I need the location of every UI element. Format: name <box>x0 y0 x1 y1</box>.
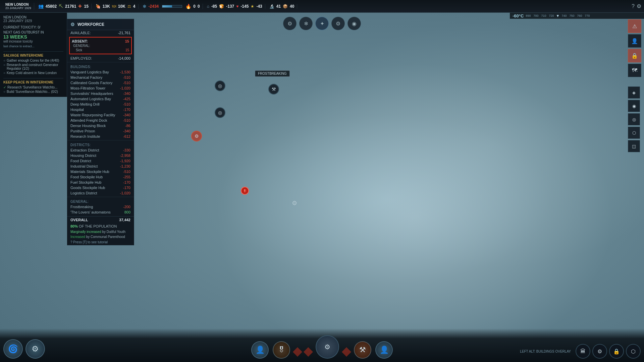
right-btn-lock[interactable]: 🔒 <box>628 49 641 62</box>
absent-box: ABSENT: 15 GENERAL: Sick 15 <box>69 37 132 54</box>
marginally-text: Marginally increased by Dutiful Youth <box>67 229 134 234</box>
nav-icon-2[interactable]: ❄ <box>299 17 313 30</box>
temp-tick-8: 770 <box>584 14 591 17</box>
district-housing: Housing District -2,958 <box>67 153 134 158</box>
available-row: AVAILABLE: -21,761 <box>67 30 134 36</box>
avatar-2[interactable]: 🎖 <box>273 341 290 359</box>
districts-header: DISTRICTS: <box>67 142 134 147</box>
avatar-3[interactable]: ⚒ <box>354 341 371 359</box>
diamond-3 <box>342 347 351 357</box>
nav-icon-1[interactable]: ⚙ <box>283 17 297 30</box>
left-bottom-avatars: 🌀 ⚙ <box>3 339 45 359</box>
rb-btn-2[interactable]: ⚙ <box>592 344 607 359</box>
avatar-4[interactable]: 👤 <box>375 341 393 359</box>
workforce-gear-icon: ⚙ <box>70 22 75 27</box>
rb-btn-1[interactable]: 🏛 <box>576 344 590 359</box>
toxicity-label: CURRENT TOXICITY: 0/ <box>3 25 63 29</box>
hud-food-rations: 13K <box>103 4 110 9</box>
quest-peace-title: KEEP PEACE IN WINTERHOME <box>3 80 63 84</box>
building-mechanical: Mechanical Factory -510 <box>67 75 134 80</box>
rb-btn-3[interactable]: 🔒 <box>609 344 624 359</box>
nav-icon-snowflake[interactable]: ✦ <box>315 17 329 30</box>
right-btn-2b[interactable]: ◉ <box>628 100 640 112</box>
food-balance-icon: ⚖ <box>127 4 131 9</box>
map-icon-1[interactable]: ◎ <box>215 80 225 91</box>
temperature-bar: -60°C 890 700 710 720 ▼ 740 750 760 770 <box>510 13 644 19</box>
tutorial-text: ? Press [T] to see tutorial <box>67 239 134 245</box>
bottom-main-circle[interactable]: ⚙ <box>316 335 339 359</box>
right-btn-map[interactable]: 🗺 <box>628 64 641 77</box>
left-info-panel: NEW LONDON 23 JANUARY 1929 CURRENT TOXIC… <box>0 13 67 97</box>
goods-icon: 📦 <box>283 4 288 9</box>
right-btn-alert[interactable]: ⚠ <box>628 19 641 33</box>
absent-sick-value: 15 <box>125 48 129 52</box>
absent-sick-label: Sick <box>72 48 82 52</box>
hud-food-section: 🍖 13K 🍽 10K ⚖ 4 <box>93 4 139 9</box>
right-btn-person[interactable]: 👤 <box>628 34 641 48</box>
red-location-marker[interactable]: ! <box>241 187 249 195</box>
hud-sick: 15 <box>84 4 88 9</box>
temp-value: -60°C <box>513 13 524 18</box>
hud-cold-section: ❄ -2434 🔥 0 0 <box>140 4 203 9</box>
hud-research: 41 <box>276 4 281 9</box>
quest-peace: KEEP PEACE IN WINTERHOME ✓ Research 'Sur… <box>3 78 63 94</box>
lb-avatar-1[interactable]: 🌀 <box>3 339 23 359</box>
top-nav-icons: ⚙ ❄ ✦ ⚙ ◉ <box>283 17 361 30</box>
map-icon-gear[interactable]: ⚙ <box>191 131 202 141</box>
district-logistics: Logistics District -1,020 <box>67 190 134 196</box>
nav-icon-4[interactable]: ⚙ <box>331 17 345 30</box>
district-industrial: Industrial District -1,230 <box>67 164 134 169</box>
building-hospital: Hospital -170 <box>67 107 134 112</box>
employed-label: EMPLOYED: <box>70 56 92 60</box>
map-icon-3[interactable]: ◎ <box>215 107 225 118</box>
hud-health: -145 <box>240 4 249 9</box>
building-prison: Punitive Prison -340 <box>67 128 134 134</box>
building-deep-melting: Deep Melting Drill -510 <box>67 102 134 107</box>
help-icon[interactable]: ? <box>632 3 635 9</box>
city-name: NEW LONDON <box>3 15 63 19</box>
right-btn-2c[interactable]: ◎ <box>628 113 640 125</box>
increased-text: Increased by Communal Parenthood <box>67 234 134 239</box>
hud-population: 45802 <box>46 4 57 9</box>
settings-icon[interactable]: ⚙ <box>637 3 641 9</box>
hud-food-detail: -137 <box>226 4 234 9</box>
absent-value: 15 <box>125 39 129 43</box>
hud-population-section: 👥 45802 ⛏ 21761 ✚ 15 <box>36 4 92 9</box>
right-spacer <box>628 78 641 85</box>
buildings-header: BUILDINGS: <box>67 64 134 69</box>
hud-date: 23 JANUARY 1929 <box>5 6 31 10</box>
district-materials: Materials Stockpile Hub -510 <box>67 169 134 174</box>
absent-label: ABSENT: <box>72 39 88 43</box>
available-label: AVAILABLE: <box>70 31 91 35</box>
right-btn-2d[interactable]: ⬡ <box>628 127 640 139</box>
avatar-1[interactable]: 👤 <box>251 341 269 359</box>
nav-icon-5[interactable]: ◉ <box>347 17 361 30</box>
morale-icon: ★ <box>251 4 254 9</box>
weeks-value: 13 WEEKS <box>3 34 63 40</box>
right-btn-2a[interactable]: ◈ <box>628 86 640 99</box>
rb-btn-4[interactable]: ⬡ <box>626 344 641 359</box>
overall-row: OVERALL 37,442 <box>67 216 134 223</box>
map-icon-2[interactable]: ⚒ <box>268 84 279 95</box>
lb-avatar-2[interactable]: ⚙ <box>25 339 45 359</box>
game-date: 23 JANUARY 1929 <box>3 19 63 23</box>
building-moss: Moss-Filtration Tower -1,020 <box>67 85 134 91</box>
food-icon: 🍖 <box>96 4 101 9</box>
hud-controls: ? ⚙ <box>632 3 641 9</box>
right-btn-2e[interactable]: ◫ <box>628 140 640 152</box>
quest-item-3: ○ Keep Cold absent in New London <box>3 71 63 75</box>
temp-tick-4: 720 <box>548 14 554 17</box>
heat-icon: 🔥 <box>185 4 191 9</box>
temp-tick-6: 750 <box>569 14 575 17</box>
temp-marker: ▼ <box>556 14 560 18</box>
building-waste: Waste Repurposing Facility -340 <box>67 112 134 118</box>
building-survivalists: Survivalists' Headquarters -340 <box>67 91 134 96</box>
building-research: Research Institute -612 <box>67 134 134 139</box>
hud-goods: 40 <box>290 4 294 9</box>
last-chance-text: last chance to extract... <box>3 45 63 48</box>
hud-heat-bar: 0 <box>193 4 196 9</box>
map-city-gear: ⚙ <box>292 199 297 207</box>
available-value: -21,761 <box>118 31 130 35</box>
general-header-2: GENERAL: <box>67 198 134 204</box>
absent-sick-row: Sick 15 <box>72 48 129 52</box>
